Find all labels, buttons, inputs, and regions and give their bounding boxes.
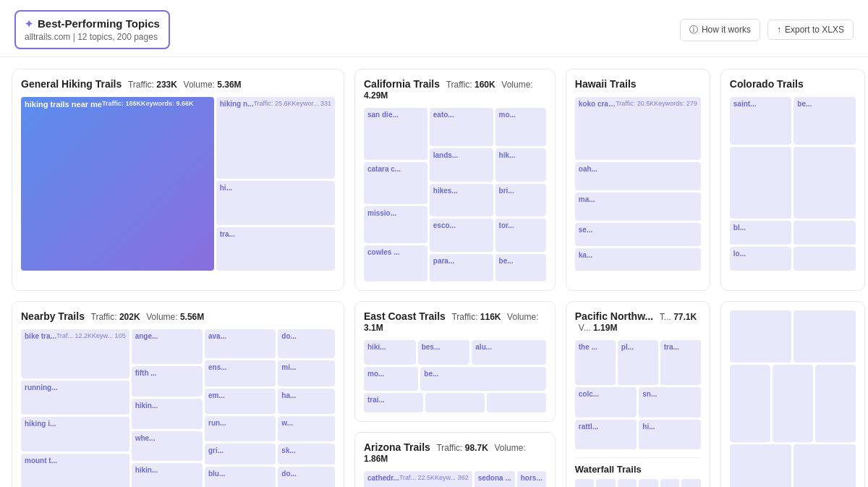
tm-cell[interactable]: fifth ... [132,366,203,397]
tm-cell[interactable] [425,393,485,412]
tm-cell[interactable]: alu... [472,340,545,365]
tm-cell[interactable]: sn... [639,387,701,417]
treemap-pacific-nw: the ... pl... tra... colc... sn... rattl… [575,340,701,487]
info-icon: ⓘ [689,24,698,36]
tm-cell[interactable]: blu... [205,467,276,487]
tm-cell[interactable] [681,479,701,487]
tm-cell[interactable] [793,444,856,487]
tm-cell[interactable]: hik... [495,148,546,182]
tm-cell[interactable]: ha... [278,389,335,414]
tm-cell[interactable]: hors... [517,471,546,487]
tm-cell[interactable]: tra... [660,340,701,385]
tm-cell[interactable]: san die... [364,108,427,160]
tm-cell[interactable]: mo... [495,108,546,146]
tm-cell[interactable]: oah... [575,162,701,190]
tm-cell[interactable]: hiking i... [21,417,129,452]
tm-cell[interactable] [730,444,792,487]
tm-cell[interactable] [730,147,792,219]
tm-cell[interactable]: hikes... [430,184,493,217]
card-title: East Coast Trails [364,310,446,322]
tm-cell[interactable] [730,365,770,443]
export-icon: ↑ [777,25,781,35]
tm-cell[interactable]: run... [205,416,276,441]
tm-cell[interactable]: em... [205,389,276,414]
tm-cell[interactable]: mi... [278,360,335,386]
tm-cell[interactable]: lands... [430,148,493,182]
page-subtitle: alltrails.com | 12 topics, 200 pages [25,32,160,42]
tm-cell[interactable]: koko crate... Traffic: 20.5K Keywords: 2… [575,97,701,160]
tm-cell[interactable]: pl... [618,340,658,385]
tm-cell[interactable]: the ... [575,340,616,385]
treemap-nearby: bike tra... Traf... 12.2K Keyw... 105 ru… [21,329,335,487]
tm-cell[interactable]: colc... [575,387,637,417]
card-traffic: Traffic: 116K [451,312,501,322]
tm-cell[interactable]: cathedr... Traf... 22.5K Keyw... 362 [364,471,472,487]
tm-cell[interactable]: ava... [205,329,276,358]
tm-cell[interactable]: hikin... [132,463,203,487]
tm-cell[interactable]: ka... [575,248,701,271]
tm-cell[interactable]: catara c... [364,162,427,205]
card-title: Nearby Trails [21,310,85,322]
tm-cell[interactable]: trai... [364,393,423,412]
title-box: ✦ Best-Performing Topics alltrails.com |… [14,10,170,49]
topic-card-arizona: Arizona Trails Traffic: 98.7K Volume: 1.… [354,432,556,487]
tm-cell[interactable] [596,479,616,487]
tm-cell[interactable] [487,393,546,412]
tm-cell[interactable]: mo... [364,367,418,391]
tm-cell[interactable]: be... [420,367,545,391]
tm-cell[interactable]: tra... [216,227,335,271]
how-it-works-button[interactable]: ⓘ How it works [680,19,760,41]
tm-cell[interactable]: hiking trails near me Traffic: 186K Keyw… [21,97,214,271]
export-button[interactable]: ↑ Export to XLXS [767,20,854,40]
tm-cell[interactable]: bri... [495,184,546,217]
tm-cell[interactable] [730,310,792,363]
card-traffic: Traffic: 160K [446,80,495,90]
tm-cell[interactable]: hikin... [132,399,203,429]
tm-cell[interactable]: sk... [278,444,335,465]
tm-cell[interactable]: gri... [205,444,276,465]
tm-cell[interactable]: be... [495,254,546,281]
tm-cell[interactable]: ange... [132,329,203,364]
tm-cell[interactable]: bike tra... Traf... 12.2K Keyw... 105 [21,329,129,378]
tm-cell[interactable]: ma... [575,192,701,221]
tm-cell[interactable] [793,247,856,271]
tm-cell[interactable]: rattl... [575,420,637,449]
tm-cell[interactable]: hi... [216,181,335,225]
page-title: ✦ Best-Performing Topics [25,17,160,30]
tm-cell[interactable]: tor... [495,219,546,252]
tm-cell[interactable]: hi... [639,420,701,449]
tm-cell[interactable]: para... [430,254,493,281]
tm-cell[interactable]: be... [793,97,856,145]
tm-cell[interactable]: sedona ... [475,471,515,487]
tm-cell[interactable]: ens... [205,360,276,386]
tm-cell[interactable] [773,365,813,443]
tm-cell[interactable] [793,147,856,219]
tm-cell[interactable]: se... [575,223,701,245]
tm-cell[interactable]: hiking n... Traffic: 25.6K Keywor... 331 [216,97,335,179]
card-title: Pacific Northw... [575,310,653,322]
tm-cell[interactable]: bes... [418,340,470,365]
tm-cell[interactable]: do... [278,329,335,358]
tm-cell[interactable]: w... [278,416,335,441]
tm-cell[interactable]: do... [278,467,335,487]
tm-cell[interactable]: mount t... [21,454,129,487]
tm-cell[interactable] [660,479,680,487]
card-traffic: Traffic: 202K [91,312,140,322]
tm-cell[interactable]: lo... [730,247,792,271]
tm-cell[interactable]: eato... [430,108,493,146]
waterfall-title: Waterfall Trails [575,464,701,475]
tm-cell[interactable]: cowles ... [364,245,427,281]
tm-cell[interactable]: hiki... [364,340,416,365]
tm-cell[interactable]: running... [21,381,129,415]
tm-cell[interactable] [793,221,856,245]
tm-cell[interactable] [815,365,856,443]
tm-cell[interactable] [618,479,637,487]
tm-cell[interactable]: saint... [730,97,792,145]
tm-cell[interactable] [575,479,595,487]
tm-cell[interactable] [793,310,856,363]
tm-cell[interactable]: missio... [364,206,427,242]
tm-cell[interactable] [639,479,658,487]
tm-cell[interactable]: esco... [430,219,493,252]
tm-cell[interactable]: whe... [132,431,203,462]
tm-cell[interactable]: bl... [730,221,792,245]
